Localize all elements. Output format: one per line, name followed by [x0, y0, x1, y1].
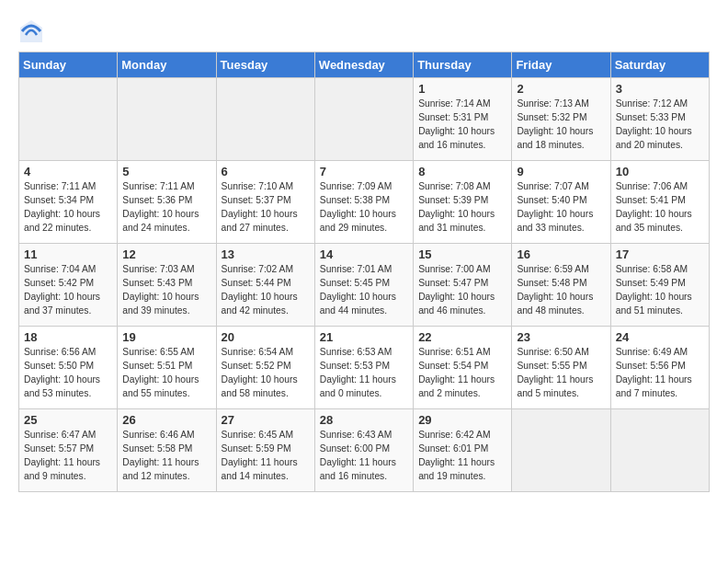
header-tuesday: Tuesday: [216, 52, 314, 78]
day-number: 6: [222, 165, 310, 178]
calendar-cell: 11Sunrise: 7:04 AMSunset: 5:42 PMDayligh…: [19, 244, 118, 327]
day-number: 4: [24, 165, 112, 178]
cell-content: Sunrise: 6:59 AMSunset: 5:48 PMDaylight:…: [517, 263, 605, 318]
week-row-5: 25Sunrise: 6:47 AMSunset: 5:57 PMDayligh…: [19, 409, 710, 492]
cell-content: Sunrise: 6:53 AMSunset: 5:53 PMDaylight:…: [320, 346, 408, 401]
calendar-cell: 26Sunrise: 6:46 AMSunset: 5:58 PMDayligh…: [118, 409, 216, 492]
calendar-cell: 12Sunrise: 7:03 AMSunset: 5:43 PMDayligh…: [118, 244, 216, 327]
day-number: 10: [616, 165, 704, 178]
calendar-cell: [118, 78, 216, 161]
logo: [18, 18, 48, 44]
calendar-cell: 9Sunrise: 7:07 AMSunset: 5:40 PMDaylight…: [512, 161, 610, 244]
calendar-cell: [610, 409, 709, 492]
day-number: 21: [320, 330, 408, 344]
calendar-cell: 22Sunrise: 6:51 AMSunset: 5:54 PMDayligh…: [414, 327, 512, 409]
header-sunday: Sunday: [19, 52, 118, 78]
calendar-cell: 6Sunrise: 7:10 AMSunset: 5:37 PMDaylight…: [216, 161, 314, 244]
cell-content: Sunrise: 7:01 AMSunset: 5:45 PMDaylight:…: [320, 263, 408, 318]
day-number: 14: [320, 247, 408, 261]
calendar-cell: 16Sunrise: 6:59 AMSunset: 5:48 PMDayligh…: [512, 244, 610, 327]
calendar-cell: 4Sunrise: 7:11 AMSunset: 5:34 PMDaylight…: [19, 161, 118, 244]
cell-content: Sunrise: 7:06 AMSunset: 5:41 PMDaylight:…: [616, 180, 704, 236]
cell-content: Sunrise: 7:07 AMSunset: 5:40 PMDaylight:…: [517, 180, 605, 236]
cell-content: Sunrise: 7:11 AMSunset: 5:36 PMDaylight:…: [122, 180, 210, 236]
calendar-cell: 19Sunrise: 6:55 AMSunset: 5:51 PMDayligh…: [118, 327, 216, 409]
calendar-cell: 5Sunrise: 7:11 AMSunset: 5:36 PMDaylight…: [118, 161, 216, 244]
cell-content: Sunrise: 6:47 AMSunset: 5:57 PMDaylight:…: [24, 429, 112, 484]
header-monday: Monday: [118, 52, 216, 78]
calendar-cell: [216, 78, 314, 161]
day-number: 23: [517, 330, 605, 344]
day-number: 26: [122, 413, 210, 427]
calendar-cell: 24Sunrise: 6:49 AMSunset: 5:56 PMDayligh…: [610, 327, 709, 409]
cell-content: Sunrise: 7:03 AMSunset: 5:43 PMDaylight:…: [122, 263, 210, 318]
day-number: 8: [418, 165, 506, 178]
cell-content: Sunrise: 7:04 AMSunset: 5:42 PMDaylight:…: [24, 263, 112, 318]
week-row-3: 11Sunrise: 7:04 AMSunset: 5:42 PMDayligh…: [19, 244, 710, 327]
cell-content: Sunrise: 6:42 AMSunset: 6:01 PMDaylight:…: [418, 429, 506, 484]
calendar-cell: 3Sunrise: 7:12 AMSunset: 5:33 PMDaylight…: [610, 78, 709, 161]
calendar-cell: 23Sunrise: 6:50 AMSunset: 5:55 PMDayligh…: [512, 327, 610, 409]
day-number: 2: [517, 82, 605, 96]
cell-content: Sunrise: 7:14 AMSunset: 5:31 PMDaylight:…: [418, 98, 506, 153]
day-number: 12: [122, 247, 210, 261]
week-row-1: 1Sunrise: 7:14 AMSunset: 5:31 PMDaylight…: [19, 78, 710, 161]
cell-content: Sunrise: 7:10 AMSunset: 5:37 PMDaylight:…: [222, 180, 310, 236]
calendar-cell: 8Sunrise: 7:08 AMSunset: 5:39 PMDaylight…: [414, 161, 512, 244]
day-number: 22: [418, 330, 506, 344]
cell-content: Sunrise: 6:50 AMSunset: 5:55 PMDaylight:…: [517, 346, 605, 401]
cell-content: Sunrise: 7:00 AMSunset: 5:47 PMDaylight:…: [418, 263, 506, 318]
calendar-cell: [314, 78, 413, 161]
day-number: 1: [418, 82, 506, 96]
header-thursday: Thursday: [414, 52, 512, 78]
calendar-cell: 10Sunrise: 7:06 AMSunset: 5:41 PMDayligh…: [610, 161, 709, 244]
cell-content: Sunrise: 6:45 AMSunset: 5:59 PMDaylight:…: [222, 429, 310, 484]
header-row: SundayMondayTuesdayWednesdayThursdayFrid…: [19, 52, 710, 78]
cell-content: Sunrise: 6:51 AMSunset: 5:54 PMDaylight:…: [418, 346, 506, 401]
calendar-cell: 17Sunrise: 6:58 AMSunset: 5:49 PMDayligh…: [610, 244, 709, 327]
week-row-4: 18Sunrise: 6:56 AMSunset: 5:50 PMDayligh…: [19, 327, 710, 409]
cell-content: Sunrise: 6:49 AMSunset: 5:56 PMDaylight:…: [616, 346, 704, 401]
day-number: 13: [222, 247, 310, 261]
calendar-cell: [512, 409, 610, 492]
calendar-cell: 20Sunrise: 6:54 AMSunset: 5:52 PMDayligh…: [216, 327, 314, 409]
calendar-cell: 1Sunrise: 7:14 AMSunset: 5:31 PMDaylight…: [414, 78, 512, 161]
header-friday: Friday: [512, 52, 610, 78]
calendar-cell: 14Sunrise: 7:01 AMSunset: 5:45 PMDayligh…: [314, 244, 413, 327]
cell-content: Sunrise: 7:12 AMSunset: 5:33 PMDaylight:…: [616, 98, 704, 153]
calendar-cell: 25Sunrise: 6:47 AMSunset: 5:57 PMDayligh…: [19, 409, 118, 492]
day-number: 19: [122, 330, 210, 344]
cell-content: Sunrise: 7:11 AMSunset: 5:34 PMDaylight:…: [24, 180, 112, 236]
cell-content: Sunrise: 7:02 AMSunset: 5:44 PMDaylight:…: [222, 263, 310, 318]
cell-content: Sunrise: 7:08 AMSunset: 5:39 PMDaylight:…: [418, 180, 506, 236]
header-saturday: Saturday: [610, 52, 709, 78]
cell-content: Sunrise: 6:43 AMSunset: 6:00 PMDaylight:…: [320, 429, 408, 484]
cell-content: Sunrise: 6:58 AMSunset: 5:49 PMDaylight:…: [616, 263, 704, 318]
day-number: 27: [222, 413, 310, 427]
page-header: [18, 15, 710, 44]
day-number: 5: [122, 165, 210, 178]
day-number: 9: [517, 165, 605, 178]
day-number: 15: [418, 247, 506, 261]
cell-content: Sunrise: 6:46 AMSunset: 5:58 PMDaylight:…: [122, 429, 210, 484]
cell-content: Sunrise: 7:13 AMSunset: 5:32 PMDaylight:…: [517, 98, 605, 153]
day-number: 20: [222, 330, 310, 344]
calendar-cell: 15Sunrise: 7:00 AMSunset: 5:47 PMDayligh…: [414, 244, 512, 327]
day-number: 16: [517, 247, 605, 261]
calendar-table: SundayMondayTuesdayWednesdayThursdayFrid…: [18, 52, 710, 492]
cell-content: Sunrise: 6:56 AMSunset: 5:50 PMDaylight:…: [24, 346, 112, 401]
day-number: 17: [616, 247, 704, 261]
logo-icon: [18, 18, 44, 44]
calendar-cell: 29Sunrise: 6:42 AMSunset: 6:01 PMDayligh…: [414, 409, 512, 492]
day-number: 25: [24, 413, 112, 427]
day-number: 29: [418, 413, 506, 427]
day-number: 7: [320, 165, 408, 178]
day-number: 18: [24, 330, 112, 344]
cell-content: Sunrise: 6:55 AMSunset: 5:51 PMDaylight:…: [122, 346, 210, 401]
day-number: 28: [320, 413, 408, 427]
calendar-cell: 13Sunrise: 7:02 AMSunset: 5:44 PMDayligh…: [216, 244, 314, 327]
header-wednesday: Wednesday: [314, 52, 413, 78]
cell-content: Sunrise: 6:54 AMSunset: 5:52 PMDaylight:…: [222, 346, 310, 401]
calendar-cell: 27Sunrise: 6:45 AMSunset: 5:59 PMDayligh…: [216, 409, 314, 492]
day-number: 3: [616, 82, 704, 96]
